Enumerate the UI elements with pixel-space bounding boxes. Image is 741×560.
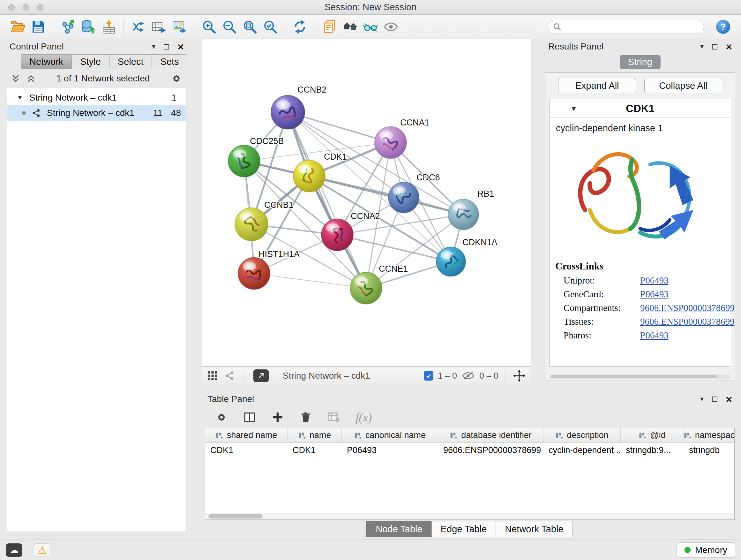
annotation-mode-button[interactable] (253, 369, 269, 382)
share-view-icon[interactable] (224, 370, 235, 381)
column-header[interactable]: database identifier (438, 428, 543, 442)
network-collection-row[interactable]: ▼ String Network – cdk1 1 (7, 90, 186, 105)
tab-network[interactable]: Network (21, 54, 72, 69)
zoom-in-button[interactable] (199, 17, 219, 37)
network-edge[interactable] (254, 273, 366, 288)
crosslink-link[interactable]: P06493 (640, 275, 669, 286)
import-network-database-button[interactable] (78, 17, 98, 37)
network-node-CDKN1A[interactable]: CDKN1A (436, 238, 497, 276)
warning-icon[interactable]: ⚠ (34, 543, 51, 557)
network-node-CCNB2[interactable]: CCNB2 (271, 85, 327, 129)
grid-view-icon[interactable] (207, 370, 218, 381)
tab-edge-table[interactable]: Edge Table (431, 521, 496, 537)
table-cell[interactable]: P06493 (342, 443, 438, 457)
zoom-fit-button[interactable] (240, 17, 260, 37)
hidden-eye-slash-icon[interactable] (461, 371, 475, 381)
table-cell[interactable]: stringdb (684, 443, 734, 457)
zoom-selected-button[interactable] (260, 17, 280, 37)
panel-menu-icon[interactable]: ▾ (700, 43, 704, 50)
crosslink-link[interactable]: P06493 (640, 330, 669, 341)
memory-button[interactable]: Memory (677, 543, 735, 558)
panel-close-icon[interactable]: × (726, 394, 732, 405)
import-network-file-button[interactable] (58, 17, 78, 37)
collapse-all-button[interactable]: Collapse All (644, 78, 722, 93)
export-image-button[interactable] (169, 17, 190, 37)
network-edge[interactable] (309, 176, 463, 214)
table-cell[interactable]: cyclin-dependent ... (543, 443, 621, 457)
collapse-caret-icon[interactable]: ▼ (570, 104, 578, 113)
table-horizontal-scrollbar[interactable] (205, 513, 734, 519)
column-header[interactable]: namespac (684, 428, 734, 442)
panel-menu-icon[interactable]: ▾ (152, 43, 155, 50)
help-button[interactable]: ? (713, 17, 733, 37)
tab-sets[interactable]: Sets (151, 54, 187, 69)
tab-select[interactable]: Select (109, 54, 152, 69)
expand-all-button[interactable]: Expand All (558, 78, 636, 93)
selected-checkbox-icon[interactable] (424, 371, 433, 381)
minimize-window-button[interactable] (23, 4, 29, 10)
table-settings-gear-icon[interactable] (215, 411, 228, 424)
open-session-button[interactable] (8, 17, 28, 37)
protein-card-header[interactable]: ▼ CDK1 (549, 99, 731, 118)
network-row-selected[interactable]: String Network – cdk1 11 48 (7, 105, 186, 121)
panel-float-icon[interactable] (712, 396, 718, 402)
network-node-HIST1H1A[interactable]: HIST1H1A (238, 249, 300, 290)
tab-style[interactable]: Style (71, 54, 109, 69)
column-header[interactable]: canonical name (342, 428, 438, 442)
column-header[interactable]: name (287, 428, 342, 442)
refresh-view-button[interactable] (290, 17, 310, 37)
column-header[interactable]: @id (621, 428, 684, 442)
export-table-button[interactable] (149, 17, 169, 37)
table-cell[interactable]: 9606.ENSP00000378699 (438, 443, 543, 457)
expand-all-icon[interactable] (11, 74, 20, 83)
gear-icon[interactable] (171, 72, 183, 84)
import-table-button[interactable] (98, 17, 119, 37)
tab-string[interactable]: String (620, 55, 661, 69)
tab-network-table[interactable]: Network Table (495, 521, 572, 537)
home-button[interactable] (340, 17, 360, 37)
network-node-RB1[interactable]: RB1 (448, 189, 494, 230)
table-row[interactable]: CDK1 CDK1 P06493 9606.ENSP00000378699 cy… (205, 443, 734, 457)
network-edge[interactable] (288, 112, 366, 288)
scrollbar-thumb[interactable] (550, 375, 717, 378)
crosslink-link[interactable]: 9606.ENSP00000378699 (640, 316, 735, 327)
network-view-canvas[interactable]: CCNB2CCNA1CDC25BCDK1CDC6RB1CCNB1CCNA2CDK… (202, 39, 531, 367)
network-node-CDC25B[interactable]: CDC25B (228, 136, 284, 177)
zoom-out-button[interactable] (219, 17, 240, 37)
search-input[interactable] (564, 22, 698, 32)
pan-crosshair-icon[interactable] (513, 369, 526, 382)
close-window-button[interactable] (8, 4, 15, 10)
panel-close-icon[interactable]: × (178, 41, 184, 52)
column-header[interactable]: description (543, 428, 621, 442)
network-node-CDK1[interactable]: CDK1 (293, 152, 347, 192)
panel-float-icon[interactable] (164, 44, 169, 50)
add-column-icon[interactable] (271, 411, 284, 424)
results-horizontal-scrollbar[interactable] (550, 374, 731, 379)
panel-menu-icon[interactable]: ▾ (700, 395, 704, 402)
hide-graphics-details-button[interactable] (381, 17, 401, 37)
table-cell[interactable]: CDK1 (205, 443, 287, 457)
select-columns-icon[interactable] (243, 411, 256, 424)
delete-trash-icon[interactable] (299, 411, 312, 424)
tab-node-table[interactable]: Node Table (366, 521, 431, 537)
collapse-all-icon[interactable] (26, 74, 36, 83)
network-node-CCNA1[interactable]: CCNA1 (375, 118, 429, 159)
crosslink-link[interactable]: P06493 (640, 289, 669, 300)
show-graphics-details-button[interactable] (360, 17, 381, 37)
panel-close-icon[interactable]: × (726, 41, 732, 52)
column-header[interactable]: shared name (205, 428, 287, 442)
crosslink-link[interactable]: 9606.ENSP00000378699 (640, 303, 735, 313)
panel-float-icon[interactable] (712, 44, 718, 50)
save-session-button[interactable] (28, 17, 49, 37)
function-builder-icon[interactable]: f(x) (355, 411, 372, 424)
copy-network-button[interactable] (128, 17, 149, 37)
network-graph[interactable]: CCNB2CCNA1CDC25BCDK1CDC6RB1CCNB1CCNA2CDK… (202, 39, 531, 366)
search-box[interactable] (548, 20, 704, 34)
zoom-window-button[interactable] (37, 4, 44, 10)
scrollbar-thumb[interactable] (208, 514, 263, 518)
cloud-status-icon[interactable]: ☁ (6, 543, 22, 557)
network-node-CCNE1[interactable]: CCNE1 (350, 264, 408, 304)
table-cell[interactable]: CDK1 (287, 443, 342, 457)
table-cell[interactable]: stringdb:9... (621, 443, 684, 457)
duplicate-page-button[interactable] (320, 17, 340, 37)
